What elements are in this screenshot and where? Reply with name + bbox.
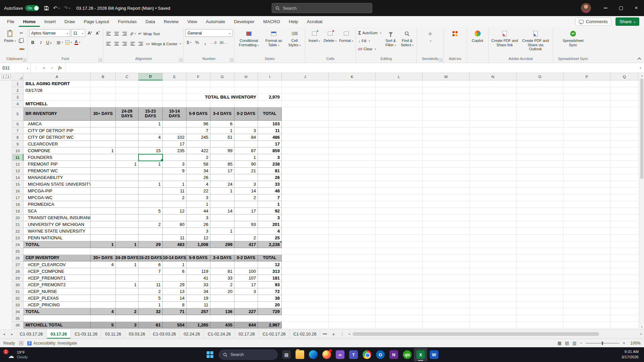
cell-A24[interactable]: TOTAL	[23, 241, 91, 248]
cell-C4[interactable]	[116, 101, 139, 107]
cell-N27[interactable]	[470, 261, 517, 268]
ribbon-tab-automate[interactable]: Automate	[201, 16, 229, 27]
cell-B1[interactable]	[91, 80, 116, 87]
cell-G28[interactable]: 81	[210, 268, 234, 275]
cell-Q24[interactable]	[610, 241, 639, 248]
row-header-3[interactable]: 3	[12, 94, 23, 101]
cell-K32[interactable]	[329, 295, 376, 302]
cell-J23[interactable]	[282, 235, 329, 241]
cell-G27[interactable]	[210, 261, 234, 268]
cell-E17[interactable]: 2	[163, 194, 186, 201]
cell-I18[interactable]: 1	[258, 201, 282, 208]
cell-C10[interactable]	[116, 147, 139, 154]
cell-H36[interactable]: 644	[234, 322, 258, 328]
scroll-right-icon[interactable]: ►	[640, 333, 643, 336]
cell-A31[interactable]: #CEP_NURSE	[23, 288, 91, 295]
cell-D17[interactable]	[139, 194, 163, 201]
column-header-O[interactable]: O	[517, 73, 564, 80]
cell-L34[interactable]	[376, 308, 423, 315]
column-header-H[interactable]: H	[234, 73, 258, 80]
cell-H29[interactable]: 107	[234, 275, 258, 282]
cell-L23[interactable]	[376, 235, 423, 241]
cell-E33[interactable]: 8	[163, 302, 186, 308]
row-header-16[interactable]: 16	[12, 188, 23, 194]
cell-P17[interactable]	[564, 194, 610, 201]
cell-K12[interactable]	[329, 161, 376, 168]
cell-J18[interactable]	[282, 201, 329, 208]
cell-L18[interactable]	[376, 201, 423, 208]
cell-N15[interactable]	[470, 181, 517, 188]
cell-L26[interactable]	[376, 255, 423, 261]
cell-B9[interactable]	[91, 141, 116, 147]
cell-H18[interactable]	[234, 201, 258, 208]
format-as-table-button[interactable]: Format as Table	[263, 28, 285, 48]
cell-A28[interactable]: #CEP_COMPONE	[23, 268, 91, 275]
cell-B23[interactable]	[91, 235, 116, 241]
cell-K15[interactable]	[329, 181, 376, 188]
cell-I11[interactable]: 3	[258, 154, 282, 161]
cell-P2[interactable]	[564, 87, 610, 94]
cell-M27[interactable]	[423, 261, 470, 268]
row-header-22[interactable]: 22	[12, 228, 23, 235]
cell-C7[interactable]	[116, 127, 139, 134]
cell-L12[interactable]	[376, 161, 423, 168]
cell-L33[interactable]	[376, 302, 423, 308]
cell-Q32[interactable]	[610, 295, 639, 302]
cell-K28[interactable]	[329, 268, 376, 275]
row-header-31[interactable]: 31	[12, 288, 23, 295]
cell-I13[interactable]: 81	[258, 168, 282, 174]
sheet-tab-C1-02.17.26[interactable]: C1-02.17.26	[259, 329, 290, 339]
cell-E9[interactable]: 17	[163, 141, 186, 147]
cell-I12[interactable]: 238	[258, 161, 282, 168]
cell-A32[interactable]: #CEP_PLEXAS	[23, 295, 91, 302]
cell-A36[interactable]: MITCHELL TOTAL	[23, 322, 91, 328]
vertical-scrollbar[interactable]: ▲ ▼	[639, 73, 644, 329]
cell-D9[interactable]	[139, 141, 163, 147]
cell-A34[interactable]: TOTAL	[23, 308, 91, 315]
cell-Q19[interactable]	[610, 208, 639, 215]
find-select-button[interactable]: Find & Select	[399, 28, 415, 48]
italic-button[interactable]: I	[37, 39, 44, 46]
cell-C26[interactable]: 24-29 DAYS	[116, 255, 139, 261]
cell-L22[interactable]	[376, 228, 423, 235]
cell-D33[interactable]: 1	[139, 302, 163, 308]
cell-H1[interactable]	[234, 80, 258, 87]
cell-J4[interactable]	[282, 101, 329, 107]
cell-N10[interactable]	[470, 147, 517, 154]
zoom-slider-thumb[interactable]	[602, 342, 603, 345]
save-icon[interactable]	[44, 6, 49, 11]
cell-C12[interactable]: 1	[116, 161, 139, 168]
cell-D35[interactable]	[139, 315, 163, 322]
cell-G24[interactable]: 299	[210, 241, 234, 248]
taskbar-search[interactable]: Search	[219, 350, 278, 360]
cell-N1[interactable]	[470, 80, 517, 87]
cell-E35[interactable]	[163, 315, 186, 322]
align-middle-button[interactable]	[113, 30, 120, 38]
cell-L10[interactable]	[376, 147, 423, 154]
cell-F1[interactable]	[186, 80, 210, 87]
cell-I29[interactable]: 181	[258, 275, 282, 282]
cell-N35[interactable]	[470, 315, 517, 322]
cell-P26[interactable]	[564, 255, 610, 261]
ribbon-tab-macro[interactable]: MACRO	[259, 16, 284, 27]
cell-G36[interactable]: 435	[210, 322, 234, 328]
cell-Q21[interactable]	[610, 221, 639, 228]
cut-button[interactable]	[18, 29, 25, 37]
cell-C32[interactable]	[116, 295, 139, 302]
cell-D29[interactable]	[139, 275, 163, 282]
column-header-E[interactable]: E	[163, 73, 186, 80]
cell-B35[interactable]	[91, 315, 116, 322]
row-header-15[interactable]: 15	[12, 181, 23, 188]
cell-G15[interactable]: 24	[210, 181, 234, 188]
cell-H21[interactable]: 93	[234, 221, 258, 228]
column-header-P[interactable]: P	[564, 73, 610, 80]
cell-H26[interactable]: 0-2 DAYS	[234, 255, 258, 261]
cell-Q10[interactable]	[610, 147, 639, 154]
cell-K1[interactable]	[329, 80, 376, 87]
cell-F12[interactable]: 58	[186, 161, 210, 168]
ribbon-tab-draw[interactable]: Draw	[60, 16, 79, 27]
ribbon-tab-view[interactable]: View	[183, 16, 201, 27]
cell-I34[interactable]: 729	[258, 308, 282, 315]
cell-P13[interactable]	[564, 168, 610, 174]
cell-O33[interactable]	[517, 302, 564, 308]
